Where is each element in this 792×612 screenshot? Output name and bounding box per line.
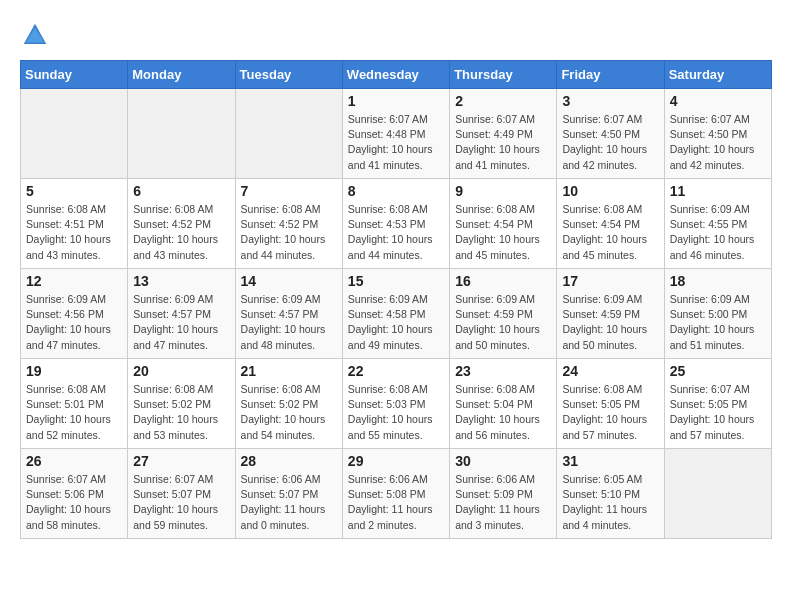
calendar-cell: 26Sunrise: 6:07 AM Sunset: 5:06 PM Dayli… [21, 449, 128, 539]
calendar-cell: 18Sunrise: 6:09 AM Sunset: 5:00 PM Dayli… [664, 269, 771, 359]
day-header-tuesday: Tuesday [235, 61, 342, 89]
day-info: Sunrise: 6:08 AM Sunset: 4:51 PM Dayligh… [26, 202, 122, 263]
day-number: 14 [241, 273, 337, 289]
calendar-cell: 11Sunrise: 6:09 AM Sunset: 4:55 PM Dayli… [664, 179, 771, 269]
day-number: 18 [670, 273, 766, 289]
calendar-cell: 6Sunrise: 6:08 AM Sunset: 4:52 PM Daylig… [128, 179, 235, 269]
day-number: 17 [562, 273, 658, 289]
day-info: Sunrise: 6:08 AM Sunset: 4:54 PM Dayligh… [455, 202, 551, 263]
day-number: 19 [26, 363, 122, 379]
day-info: Sunrise: 6:09 AM Sunset: 5:00 PM Dayligh… [670, 292, 766, 353]
day-number: 2 [455, 93, 551, 109]
calendar-cell: 2Sunrise: 6:07 AM Sunset: 4:49 PM Daylig… [450, 89, 557, 179]
logo-icon [20, 20, 50, 50]
calendar-cell: 14Sunrise: 6:09 AM Sunset: 4:57 PM Dayli… [235, 269, 342, 359]
day-info: Sunrise: 6:07 AM Sunset: 4:50 PM Dayligh… [670, 112, 766, 173]
day-number: 7 [241, 183, 337, 199]
day-info: Sunrise: 6:09 AM Sunset: 4:59 PM Dayligh… [562, 292, 658, 353]
calendar-cell [128, 89, 235, 179]
week-row-2: 5Sunrise: 6:08 AM Sunset: 4:51 PM Daylig… [21, 179, 772, 269]
calendar-cell: 23Sunrise: 6:08 AM Sunset: 5:04 PM Dayli… [450, 359, 557, 449]
day-info: Sunrise: 6:09 AM Sunset: 4:57 PM Dayligh… [241, 292, 337, 353]
calendar-cell: 27Sunrise: 6:07 AM Sunset: 5:07 PM Dayli… [128, 449, 235, 539]
calendar-cell: 9Sunrise: 6:08 AM Sunset: 4:54 PM Daylig… [450, 179, 557, 269]
day-info: Sunrise: 6:08 AM Sunset: 4:52 PM Dayligh… [133, 202, 229, 263]
calendar-cell: 7Sunrise: 6:08 AM Sunset: 4:52 PM Daylig… [235, 179, 342, 269]
day-number: 22 [348, 363, 444, 379]
day-info: Sunrise: 6:08 AM Sunset: 5:03 PM Dayligh… [348, 382, 444, 443]
day-number: 24 [562, 363, 658, 379]
calendar-cell: 21Sunrise: 6:08 AM Sunset: 5:02 PM Dayli… [235, 359, 342, 449]
day-number: 23 [455, 363, 551, 379]
day-info: Sunrise: 6:08 AM Sunset: 5:02 PM Dayligh… [133, 382, 229, 443]
day-info: Sunrise: 6:07 AM Sunset: 5:05 PM Dayligh… [670, 382, 766, 443]
day-info: Sunrise: 6:06 AM Sunset: 5:08 PM Dayligh… [348, 472, 444, 533]
day-number: 10 [562, 183, 658, 199]
calendar-cell: 25Sunrise: 6:07 AM Sunset: 5:05 PM Dayli… [664, 359, 771, 449]
day-header-saturday: Saturday [664, 61, 771, 89]
calendar-cell: 30Sunrise: 6:06 AM Sunset: 5:09 PM Dayli… [450, 449, 557, 539]
day-number: 16 [455, 273, 551, 289]
day-number: 3 [562, 93, 658, 109]
day-info: Sunrise: 6:07 AM Sunset: 5:06 PM Dayligh… [26, 472, 122, 533]
day-info: Sunrise: 6:08 AM Sunset: 5:04 PM Dayligh… [455, 382, 551, 443]
calendar-cell: 12Sunrise: 6:09 AM Sunset: 4:56 PM Dayli… [21, 269, 128, 359]
day-header-sunday: Sunday [21, 61, 128, 89]
week-row-5: 26Sunrise: 6:07 AM Sunset: 5:06 PM Dayli… [21, 449, 772, 539]
day-header-monday: Monday [128, 61, 235, 89]
calendar-cell [21, 89, 128, 179]
day-info: Sunrise: 6:06 AM Sunset: 5:09 PM Dayligh… [455, 472, 551, 533]
day-info: Sunrise: 6:07 AM Sunset: 4:49 PM Dayligh… [455, 112, 551, 173]
calendar-cell: 24Sunrise: 6:08 AM Sunset: 5:05 PM Dayli… [557, 359, 664, 449]
calendar-cell: 13Sunrise: 6:09 AM Sunset: 4:57 PM Dayli… [128, 269, 235, 359]
day-number: 5 [26, 183, 122, 199]
page-header [20, 20, 772, 50]
day-info: Sunrise: 6:07 AM Sunset: 4:48 PM Dayligh… [348, 112, 444, 173]
week-row-3: 12Sunrise: 6:09 AM Sunset: 4:56 PM Dayli… [21, 269, 772, 359]
day-info: Sunrise: 6:09 AM Sunset: 4:59 PM Dayligh… [455, 292, 551, 353]
calendar-cell: 28Sunrise: 6:06 AM Sunset: 5:07 PM Dayli… [235, 449, 342, 539]
day-header-wednesday: Wednesday [342, 61, 449, 89]
day-number: 13 [133, 273, 229, 289]
day-number: 12 [26, 273, 122, 289]
day-info: Sunrise: 6:07 AM Sunset: 5:07 PM Dayligh… [133, 472, 229, 533]
day-number: 28 [241, 453, 337, 469]
week-row-4: 19Sunrise: 6:08 AM Sunset: 5:01 PM Dayli… [21, 359, 772, 449]
day-number: 4 [670, 93, 766, 109]
calendar-cell: 16Sunrise: 6:09 AM Sunset: 4:59 PM Dayli… [450, 269, 557, 359]
day-number: 27 [133, 453, 229, 469]
day-number: 31 [562, 453, 658, 469]
calendar-cell [235, 89, 342, 179]
day-info: Sunrise: 6:07 AM Sunset: 4:50 PM Dayligh… [562, 112, 658, 173]
calendar-cell: 15Sunrise: 6:09 AM Sunset: 4:58 PM Dayli… [342, 269, 449, 359]
calendar-cell: 22Sunrise: 6:08 AM Sunset: 5:03 PM Dayli… [342, 359, 449, 449]
day-header-thursday: Thursday [450, 61, 557, 89]
day-info: Sunrise: 6:05 AM Sunset: 5:10 PM Dayligh… [562, 472, 658, 533]
day-number: 30 [455, 453, 551, 469]
calendar-cell: 1Sunrise: 6:07 AM Sunset: 4:48 PM Daylig… [342, 89, 449, 179]
calendar-cell: 8Sunrise: 6:08 AM Sunset: 4:53 PM Daylig… [342, 179, 449, 269]
day-info: Sunrise: 6:09 AM Sunset: 4:55 PM Dayligh… [670, 202, 766, 263]
calendar-cell: 20Sunrise: 6:08 AM Sunset: 5:02 PM Dayli… [128, 359, 235, 449]
day-number: 1 [348, 93, 444, 109]
day-info: Sunrise: 6:08 AM Sunset: 5:01 PM Dayligh… [26, 382, 122, 443]
day-info: Sunrise: 6:09 AM Sunset: 4:58 PM Dayligh… [348, 292, 444, 353]
day-number: 20 [133, 363, 229, 379]
day-number: 21 [241, 363, 337, 379]
day-info: Sunrise: 6:06 AM Sunset: 5:07 PM Dayligh… [241, 472, 337, 533]
day-number: 6 [133, 183, 229, 199]
calendar-cell: 5Sunrise: 6:08 AM Sunset: 4:51 PM Daylig… [21, 179, 128, 269]
day-number: 9 [455, 183, 551, 199]
week-row-1: 1Sunrise: 6:07 AM Sunset: 4:48 PM Daylig… [21, 89, 772, 179]
calendar-cell: 29Sunrise: 6:06 AM Sunset: 5:08 PM Dayli… [342, 449, 449, 539]
svg-marker-1 [26, 28, 44, 43]
calendar-cell: 3Sunrise: 6:07 AM Sunset: 4:50 PM Daylig… [557, 89, 664, 179]
calendar-cell: 4Sunrise: 6:07 AM Sunset: 4:50 PM Daylig… [664, 89, 771, 179]
days-header-row: SundayMondayTuesdayWednesdayThursdayFrid… [21, 61, 772, 89]
day-number: 11 [670, 183, 766, 199]
day-info: Sunrise: 6:08 AM Sunset: 4:54 PM Dayligh… [562, 202, 658, 263]
day-number: 8 [348, 183, 444, 199]
day-number: 29 [348, 453, 444, 469]
day-header-friday: Friday [557, 61, 664, 89]
day-info: Sunrise: 6:08 AM Sunset: 4:53 PM Dayligh… [348, 202, 444, 263]
